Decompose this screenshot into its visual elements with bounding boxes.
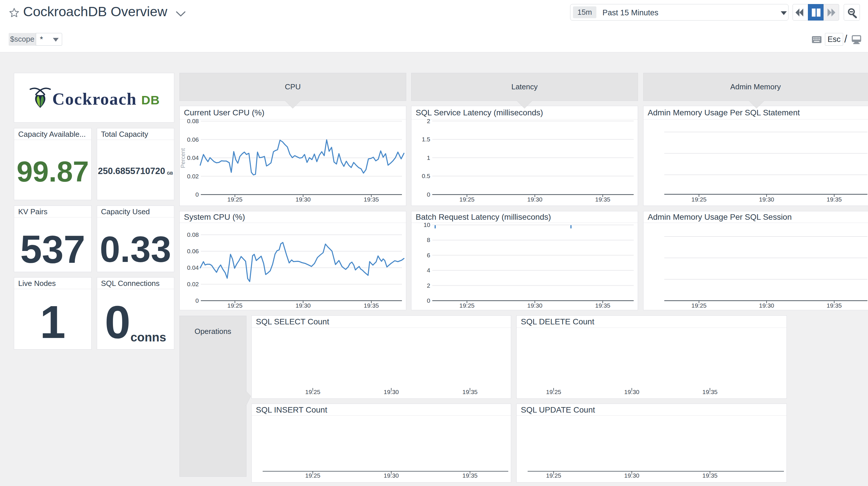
svg-text:19:35: 19:35 [364, 196, 379, 203]
svg-text:0.02: 0.02 [187, 281, 199, 287]
svg-text:19:25: 19:25 [459, 196, 475, 203]
svg-text:19:25: 19:25 [459, 302, 475, 309]
svg-text:19:35: 19:35 [595, 196, 611, 203]
svg-text:19:25: 19:25 [691, 302, 707, 309]
svg-text:19:25: 19:25 [227, 196, 243, 203]
svg-text:4: 4 [427, 267, 430, 274]
svg-text:19:35: 19:35 [364, 302, 379, 309]
svg-text:8: 8 [427, 236, 430, 243]
svg-text:19:25: 19:25 [305, 389, 320, 395]
svg-text:10: 10 [424, 222, 430, 228]
svg-text:19:35: 19:35 [462, 389, 477, 395]
svg-text:19:35: 19:35 [703, 472, 718, 479]
svg-text:19:25: 19:25 [227, 302, 243, 309]
svg-text:1.5: 1.5 [422, 136, 430, 143]
svg-text:19:30: 19:30 [527, 302, 542, 309]
svg-text:19:30: 19:30 [296, 196, 311, 203]
svg-text:19:35: 19:35 [703, 389, 718, 395]
svg-text:19:35: 19:35 [462, 472, 477, 479]
svg-text:0.02: 0.02 [187, 173, 199, 179]
svg-text:0.08: 0.08 [187, 118, 199, 124]
svg-text:0: 0 [195, 297, 199, 304]
svg-text:2: 2 [427, 282, 430, 289]
svg-text:19:30: 19:30 [384, 389, 399, 395]
svg-text:19:35: 19:35 [827, 196, 842, 203]
svg-text:19:25: 19:25 [546, 472, 561, 479]
svg-text:0: 0 [427, 191, 430, 198]
svg-text:19:30: 19:30 [759, 196, 774, 203]
svg-text:19:30: 19:30 [296, 302, 311, 309]
svg-text:2: 2 [427, 118, 430, 124]
svg-text:0.5: 0.5 [422, 173, 430, 179]
svg-text:DB: DB [141, 93, 160, 107]
svg-text:Cockroach: Cockroach [52, 89, 137, 108]
svg-text:19:30: 19:30 [624, 472, 640, 479]
svg-text:19:35: 19:35 [595, 302, 611, 309]
svg-text:0.04: 0.04 [187, 264, 199, 271]
svg-text:0: 0 [195, 191, 199, 198]
svg-text:0.06: 0.06 [187, 136, 199, 143]
svg-text:0.06: 0.06 [187, 248, 199, 254]
svg-text:0.04: 0.04 [187, 154, 199, 161]
svg-text:0.08: 0.08 [187, 231, 199, 238]
svg-text:19:25: 19:25 [546, 389, 561, 395]
svg-text:1: 1 [427, 154, 430, 161]
svg-text:19:25: 19:25 [305, 472, 320, 479]
svg-text:19:30: 19:30 [527, 196, 542, 203]
svg-text:Percent: Percent [180, 148, 186, 168]
svg-text:6: 6 [427, 252, 430, 258]
svg-text:19:30: 19:30 [624, 389, 640, 395]
svg-text:19:30: 19:30 [759, 302, 774, 309]
svg-text:0: 0 [427, 297, 430, 304]
svg-text:19:35: 19:35 [827, 302, 842, 309]
svg-text:19:25: 19:25 [691, 196, 707, 203]
svg-text:19:30: 19:30 [384, 472, 399, 479]
